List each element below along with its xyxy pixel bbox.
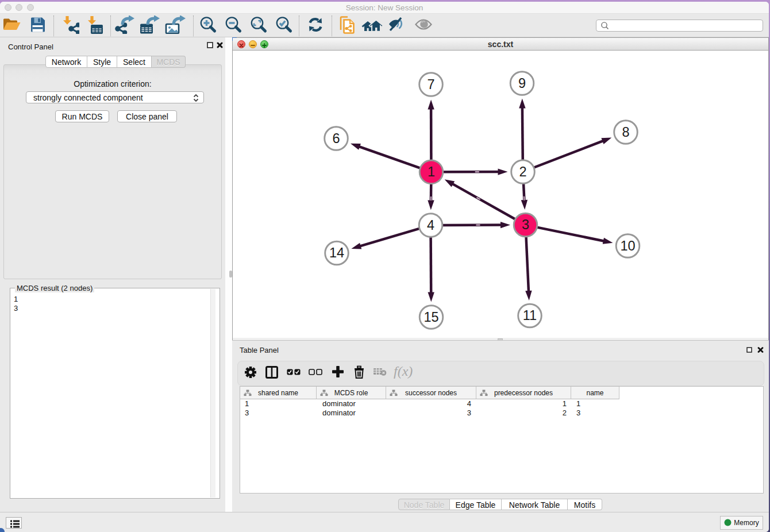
svg-text:4: 4	[427, 218, 434, 233]
svg-text:3: 3	[522, 217, 529, 232]
svg-text:9: 9	[518, 76, 526, 91]
svg-text:14: 14	[329, 245, 344, 260]
svg-text:6: 6	[332, 131, 340, 146]
svg-text:11: 11	[523, 308, 537, 323]
svg-text:2: 2	[519, 164, 526, 179]
svg-text:15: 15	[424, 310, 438, 325]
svg-text:10: 10	[620, 238, 635, 253]
svg-text:7: 7	[427, 77, 434, 92]
svg-text:8: 8	[622, 125, 629, 140]
svg-text:1: 1	[428, 164, 435, 179]
